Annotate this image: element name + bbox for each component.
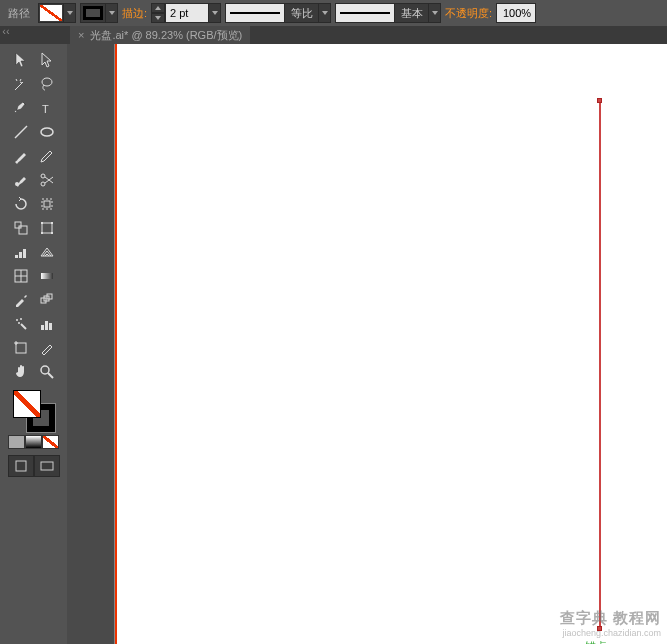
artboard-tool[interactable]: [8, 336, 34, 360]
line-segment-tool[interactable]: [8, 120, 34, 144]
svg-rect-37: [16, 461, 26, 471]
svg-point-3: [41, 128, 53, 136]
svg-rect-30: [45, 321, 48, 330]
svg-point-35: [41, 366, 49, 374]
svg-point-26: [16, 319, 18, 321]
tools-panel: T: [0, 44, 67, 644]
pencil-tool[interactable]: [34, 144, 60, 168]
close-tab-icon[interactable]: ×: [78, 29, 84, 41]
svg-rect-11: [42, 223, 52, 233]
svg-rect-17: [19, 252, 22, 258]
symbol-sprayer-tool[interactable]: [8, 312, 34, 336]
magic-wand-tool[interactable]: [8, 72, 34, 96]
svg-rect-13: [51, 222, 53, 224]
width-tool[interactable]: [8, 240, 34, 264]
color-mode-gradient[interactable]: [25, 435, 42, 449]
artboard-edge: [115, 44, 117, 644]
opacity-label: 不透明度:: [445, 6, 492, 21]
svg-rect-8: [44, 201, 50, 207]
slice-tool[interactable]: [34, 336, 60, 360]
svg-rect-31: [49, 323, 52, 330]
variable-width-profile[interactable]: [225, 3, 285, 23]
rotate-tool[interactable]: [8, 192, 34, 216]
svg-rect-22: [41, 273, 53, 279]
column-graph-tool[interactable]: [34, 312, 60, 336]
fill-dropdown[interactable]: [64, 3, 76, 23]
svg-rect-12: [41, 222, 43, 224]
brush-dropdown[interactable]: [429, 3, 441, 23]
variable-width-dropdown[interactable]: [319, 3, 331, 23]
svg-rect-18: [23, 249, 26, 258]
svg-rect-14: [41, 232, 43, 234]
scissors-tool[interactable]: [34, 168, 60, 192]
hand-tool[interactable]: [8, 360, 34, 384]
svg-point-28: [18, 322, 20, 324]
selection-type-label: 路径: [4, 6, 34, 21]
stroke-weight-down[interactable]: [151, 13, 165, 23]
svg-rect-32: [16, 343, 26, 353]
blob-brush-tool[interactable]: [8, 168, 34, 192]
free-transform-tool[interactable]: [34, 216, 60, 240]
stroke-weight-spinner[interactable]: 2 pt: [151, 3, 221, 23]
svg-rect-16: [15, 255, 18, 258]
direct-selection-tool[interactable]: [34, 48, 60, 72]
main-area: T: [0, 44, 667, 644]
mesh-tool[interactable]: [8, 264, 34, 288]
brush-definition[interactable]: [335, 3, 395, 23]
color-mode-none[interactable]: [42, 435, 59, 449]
svg-rect-29: [41, 325, 44, 330]
lasso-tool[interactable]: [34, 72, 60, 96]
svg-line-2: [15, 126, 27, 138]
stroke-dropdown[interactable]: [106, 3, 118, 23]
gradient-tool[interactable]: [34, 264, 60, 288]
canvas[interactable]: 锚点 查字典 教程网 jiaocheng.chazidian.com: [114, 44, 667, 644]
svg-point-4: [15, 182, 19, 186]
selection-tool[interactable]: [8, 48, 34, 72]
fill-stroke-swatches[interactable]: [13, 390, 55, 432]
opacity-input[interactable]: 100%: [496, 3, 536, 23]
svg-rect-38: [41, 462, 53, 470]
control-bar: 路径 描边: 2 pt 等比 基本 不透明度: 100%: [0, 0, 667, 26]
fill-color-swatch[interactable]: [13, 390, 41, 418]
scale-tool[interactable]: [8, 216, 34, 240]
screen-mode-button[interactable]: [34, 455, 60, 477]
color-mode-row: [8, 435, 59, 449]
svg-rect-15: [51, 232, 53, 234]
blend-tool[interactable]: [34, 288, 60, 312]
perspective-grid-tool[interactable]: [34, 240, 60, 264]
svg-text:T: T: [42, 103, 49, 115]
stroke-label: 描边:: [122, 6, 147, 21]
eyedropper-tool[interactable]: [8, 288, 34, 312]
anchor-label: 锚点: [585, 639, 607, 644]
stroke-weight-input[interactable]: 2 pt: [165, 3, 209, 23]
reflect-tool[interactable]: [34, 192, 60, 216]
paintbrush-tool[interactable]: [8, 144, 34, 168]
anchor-point-top[interactable]: [597, 98, 602, 103]
drawn-path[interactable]: [599, 100, 601, 630]
watermark: 查字典 教程网 jiaocheng.chazidian.com: [560, 609, 661, 638]
stroke-swatch[interactable]: [80, 3, 106, 23]
color-mode-solid[interactable]: [8, 435, 25, 449]
svg-line-36: [48, 373, 53, 378]
svg-point-5: [41, 174, 45, 178]
ellipse-tool[interactable]: [34, 120, 60, 144]
svg-point-6: [41, 182, 45, 186]
document-tab-title: 光盘.ai* @ 89.23% (RGB/预览): [90, 28, 242, 43]
stroke-weight-up[interactable]: [151, 3, 165, 13]
stroke-weight-dropdown[interactable]: [209, 3, 221, 23]
pen-tool[interactable]: [8, 96, 34, 120]
type-tool[interactable]: T: [34, 96, 60, 120]
watermark-line1: 查字典 教程网: [560, 609, 661, 628]
svg-rect-9: [19, 226, 27, 234]
svg-rect-10: [15, 222, 21, 228]
variable-width-label: 等比: [285, 3, 319, 23]
watermark-line2: jiaocheng.chazidian.com: [560, 628, 661, 638]
panel-gutter: [67, 44, 114, 644]
document-tab-bar: ‹‹ × 光盘.ai* @ 89.23% (RGB/预览): [0, 26, 667, 44]
fill-swatch[interactable]: [38, 3, 64, 23]
panel-collapse-icon[interactable]: ‹‹: [2, 28, 10, 34]
draw-mode-normal[interactable]: [8, 455, 34, 477]
document-tab[interactable]: × 光盘.ai* @ 89.23% (RGB/预览): [70, 26, 250, 44]
zoom-tool[interactable]: [34, 360, 60, 384]
svg-point-27: [20, 318, 22, 320]
